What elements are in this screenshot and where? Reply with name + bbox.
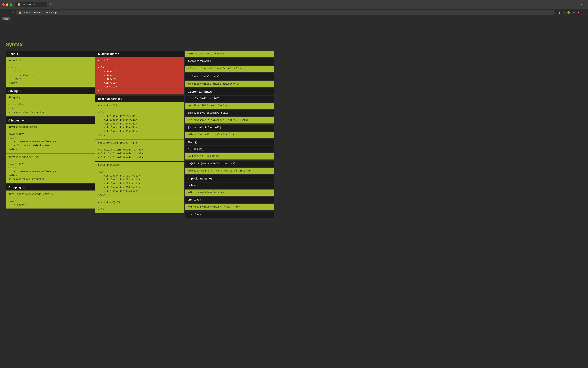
tab-title: Cheat Sheet xyxy=(22,3,35,6)
traffic-lights xyxy=(2,3,12,6)
bookmark-icon[interactable]: ☆ xyxy=(562,11,566,15)
lock-icon: 🔒 xyxy=(18,11,21,14)
item-numbering-output4: <ul> xyxy=(95,206,184,213)
multiplication-emmet: ul>li*5 xyxy=(95,57,184,64)
multiplication-card: Multiplication: * ul>li*5 <ul> <li></li>… xyxy=(95,51,184,94)
maximize-button[interactable] xyxy=(9,3,12,6)
implicit-emmet1: .class xyxy=(185,183,274,189)
implicit-emmet2: em>.class xyxy=(185,197,274,203)
custom-attr-output1: <p title="Hello world"></p> xyxy=(185,103,274,109)
grouping-card: Grouping: () div>(header>ul>li*2>a)+foot… xyxy=(6,184,95,209)
item-numbering-output3: <ul> <li class="item001"></li> <li class… xyxy=(95,169,184,199)
custom-attrs-header: Custom attributes xyxy=(185,88,274,95)
implicit-output2: <em><span class="class"></span></em> xyxy=(185,204,274,210)
item-numbering-output2: <h1 title="item1">Header 1</h1> <h2 titl… xyxy=(95,147,184,161)
climbup-emmet2: div+div>p>span+em^^bq xyxy=(6,154,95,160)
climbup-output2: <div></div> <div> <p><span></span><em></… xyxy=(6,160,95,183)
page-spacer xyxy=(0,21,588,33)
item-numbering-emmet2: h$[title=item$]{Header $}*3 xyxy=(95,139,184,147)
url-bar[interactable]: 🔒 emmet-cheatsheet.netlify.app xyxy=(16,10,555,15)
grouping-header: Grouping: () xyxy=(6,184,95,191)
id-class-emmet2: form#search.wide xyxy=(185,58,274,65)
tab-favicon: ⚡ xyxy=(18,3,20,6)
column-3: <div class="title"></div> form#search.wi… xyxy=(185,51,274,218)
section-title: Syntax xyxy=(6,41,274,48)
custom-attr-emmet2: td[rowspan=2 colspan=3 title] xyxy=(185,110,274,116)
active-tab[interactable]: ⚡ Cheat Sheet ✕ xyxy=(15,2,47,7)
browser-chrome: ⚡ Cheat Sheet ✕ + ▾ ‹ › ↻ 🔒 emmet-cheats… xyxy=(0,0,588,21)
menu-icon[interactable]: ⋮ xyxy=(582,11,586,15)
new-tab-button[interactable]: + xyxy=(48,2,53,7)
custom-attr-emmet1: p[title="Hello world"] xyxy=(185,96,274,102)
sibling-emmet: div+p+bq xyxy=(6,94,95,101)
text-header: Text: {} xyxy=(185,139,274,146)
child-emmet: nav>ul>li xyxy=(6,57,95,64)
custom-attr-output2: <td rowspan="2" colspan="3" title=""></t… xyxy=(185,117,274,123)
id-class-output2: <form id="search" class="wide"></form> xyxy=(185,66,274,72)
save-button[interactable]: save xyxy=(2,17,10,20)
text-output1: <a href="">Click me</a> xyxy=(185,153,274,159)
child-header: Child: > xyxy=(6,51,95,57)
sibling-output: <div></div> <p></p> <blockquote></blockq… xyxy=(6,101,95,116)
item-numbering-header: Item numbering: $ xyxy=(95,96,184,102)
climbup-card: Climb-up: ^ div+div>p>span+em^bq <div></… xyxy=(6,117,95,183)
grouping-emmet: div>(header>ul>li*2>a)+footer>p xyxy=(6,191,95,197)
column-1: Child: > nav>ul>li <nav> <ul> <li></li> … xyxy=(6,51,95,209)
id-class-emmet3: p.class1.class2.class3 xyxy=(185,73,274,80)
climbup-header: Climb-up: ^ xyxy=(6,117,95,124)
sibling-header: Sibling: + xyxy=(6,88,95,94)
tab-close-button[interactable]: ✕ xyxy=(43,3,45,6)
address-actions: ⬆ ☆ 🧩 ▭ V ⋮ xyxy=(558,11,586,15)
address-bar: ‹ › ↻ 🔒 emmet-cheatsheet.netlify.app ⬆ ☆… xyxy=(0,9,588,16)
multiplication-output: <ul> <li></li> <li></li> <li></li> <li><… xyxy=(95,64,184,94)
id-class-output3: <p class="class1 class2 class3"></p> xyxy=(185,81,274,87)
sibling-card: Sibling: + div+p+bq <div></div> <p></p> … xyxy=(6,88,95,116)
climbup-emmet1: div+div>p>span+em^bq xyxy=(6,124,95,131)
text-emmet2: p>{Click }+a{here}+{ to continue} xyxy=(185,161,274,167)
multiplication-header: Multiplication: * xyxy=(95,51,184,57)
extensions-icon[interactable]: 🧩 xyxy=(567,11,571,15)
custom-attr-emmet3: [a='value1' b="value2"] xyxy=(185,125,274,131)
sidebar-icon[interactable]: ▭ xyxy=(572,11,576,15)
child-card: Child: > nav>ul>li <nav> <ul> <li></li> … xyxy=(6,51,95,87)
item-numbering-card: Item numbering: $ ul>li.item$*5 <ul> <li… xyxy=(95,96,184,213)
item-numbering-emmet4: ul>li.item$@-*5 xyxy=(95,199,184,206)
main-content: Syntax Child: > nav>ul>li <nav> <ul> <li… xyxy=(0,33,280,222)
tab-bar: ⚡ Cheat Sheet ✕ + ▾ xyxy=(14,2,586,7)
text-output2: <p>Click <a href="">here</a> to continue… xyxy=(185,168,274,174)
item-numbering-output1: <ul> <li class="item1"></li> <li class="… xyxy=(95,109,184,139)
implicit-output1: <div class="class"></div> xyxy=(185,190,274,196)
item-numbering-emmet3: ul>li.item$$$*5 xyxy=(95,162,184,169)
title-bar: ⚡ Cheat Sheet ✕ + ▾ xyxy=(0,0,588,9)
implicit-header: Implicit tag names xyxy=(185,175,274,182)
url-text: emmet-cheatsheet.netlify.app xyxy=(23,11,57,14)
climbup-output1: <div></div> <div> <p><span></span><em></… xyxy=(6,131,95,153)
grouping-output: <div> <header> xyxy=(6,197,95,208)
item-numbering-emmet1: ul>li.item$*5 xyxy=(95,102,184,109)
share-icon[interactable]: ⬆ xyxy=(558,11,561,15)
back-button[interactable]: ‹ xyxy=(2,11,5,15)
child-output: <nav> <ul> <li></li> </ul> </nav> xyxy=(6,64,95,87)
id-class-1: <div class="title"></div> xyxy=(185,51,274,57)
implicit-emmet3: ul>.class xyxy=(185,212,274,218)
refresh-button[interactable]: ↻ xyxy=(11,11,15,15)
content-grid: Child: > nav>ul>li <nav> <ul> <li></li> … xyxy=(6,51,274,218)
save-bar: save xyxy=(0,16,588,21)
custom-attr-output3: <div a="value1" b="value2"></div> xyxy=(185,132,274,138)
text-emmet1: a{Click me} xyxy=(185,146,274,153)
tab-expand-button[interactable]: ▾ xyxy=(579,2,584,7)
minimize-button[interactable] xyxy=(6,3,9,6)
close-button[interactable] xyxy=(2,3,5,6)
forward-button[interactable]: › xyxy=(7,11,9,15)
profile-icon[interactable]: V xyxy=(577,11,581,15)
column-2: Multiplication: * ul>li*5 <ul> <li></li>… xyxy=(95,51,185,214)
